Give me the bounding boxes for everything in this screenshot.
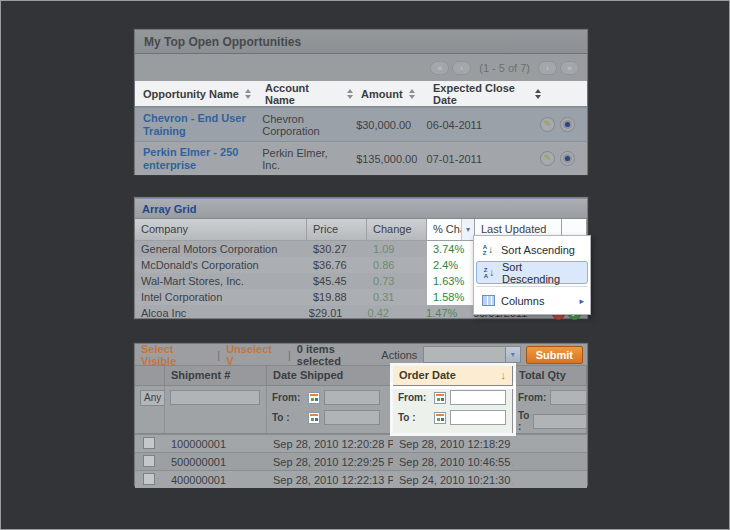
calendar-icon[interactable]	[434, 392, 446, 404]
column-header-shipment[interactable]: Shipment #	[165, 366, 267, 386]
eye-icon	[565, 156, 570, 161]
array-grid-panel: Array Grid Company Price Change % Change…	[134, 197, 588, 319]
row-checkbox[interactable]	[143, 437, 155, 449]
from-label: From:	[272, 392, 304, 403]
sort-descending-arrow-icon: ↓	[501, 366, 507, 385]
order-date-cell: Sep 28, 2010 12:18:29 PM	[393, 438, 513, 450]
menu-item-sort-descending[interactable]: ZA ↓ Sort Descending	[476, 261, 588, 284]
price-cell: $29.01	[303, 305, 362, 321]
chevron-down-icon: ▾	[505, 347, 520, 362]
column-header-date-shipped[interactable]: Date Shipped	[267, 366, 393, 386]
menu-item-sort-ascending[interactable]: AZ ↓ Sort Ascending	[476, 238, 588, 261]
actions-label: Actions	[381, 349, 417, 361]
sort-arrows-icon	[245, 89, 251, 99]
actions-select[interactable]: ▾	[423, 346, 520, 363]
preview-button[interactable]	[560, 117, 575, 132]
preview-button[interactable]	[560, 151, 575, 166]
column-header-company[interactable]: Company	[135, 219, 307, 241]
edit-button[interactable]: ✎	[540, 117, 555, 132]
unselect-visible-link[interactable]: Unselect V	[226, 343, 282, 367]
column-header-expected-close-date[interactable]: Expected Close Date	[425, 82, 541, 106]
column-header-label: Opportunity Name	[143, 88, 239, 100]
opportunities-header-row: Opportunity Name Account Name Amount Exp…	[135, 81, 587, 107]
sort-arrows-icon	[535, 89, 541, 99]
pct-change-cell: 3.74%	[427, 241, 475, 257]
select-visible-link[interactable]: Select Visible	[141, 343, 211, 367]
column-header-label: Order Date	[399, 366, 501, 385]
shipments-header-row: Shipment # Date Shipped Order Date ↓ Tot…	[135, 366, 587, 386]
shipment-filter-input[interactable]	[170, 390, 260, 405]
to-label: To :	[272, 412, 304, 423]
price-cell: $19.88	[307, 289, 367, 305]
pencil-icon: ✎	[544, 120, 552, 129]
opportunities-panel-title: My Top Open Opportunities	[135, 30, 587, 54]
total-qty-from-input[interactable]	[550, 390, 587, 405]
opportunity-link[interactable]: Chevron - End User Training	[143, 112, 246, 137]
columns-icon	[480, 295, 496, 306]
actions-select-value	[424, 347, 504, 362]
calendar-icon[interactable]	[434, 412, 446, 424]
date-shipped-to-input[interactable]	[324, 410, 380, 425]
column-header-label: Account Name	[265, 82, 341, 106]
sort-descending-icon: ZA ↓	[481, 267, 497, 279]
pct-change-cell: 1.58%	[427, 289, 475, 305]
shipment-row[interactable]: 400000001 Sep 28, 2010 12:22:13 PM Sep 2…	[135, 470, 587, 488]
shipment-row[interactable]: 100000001 Sep 28, 2010 12:20:28 PM Sep 2…	[135, 434, 587, 452]
column-header-total-qty[interactable]: Total Qty	[513, 366, 587, 386]
menu-item-label: Sort Ascending	[501, 244, 584, 256]
screenshot-backdrop: My Top Open Opportunities « ‹ (1 - 5 of …	[0, 0, 730, 530]
calendar-icon[interactable]	[308, 412, 320, 424]
close-date-cell: 06-04-2011	[419, 119, 532, 131]
change-cell: 0.86	[367, 257, 427, 273]
row-checkbox[interactable]	[143, 455, 155, 467]
pct-change-cell: 1.63%	[427, 273, 475, 289]
total-qty-to-input[interactable]	[533, 414, 587, 429]
menu-item-columns[interactable]: Columns ▸	[476, 289, 588, 312]
amount-cell: $30,000.00	[348, 119, 418, 131]
order-date-from-input[interactable]	[450, 390, 506, 405]
grid-toolbar: Select Visible | Unselect V | 0 items se…	[135, 344, 587, 366]
prev-page-button[interactable]: ‹	[452, 61, 471, 75]
opportunity-row: Chevron - End User Training Chevron Corp…	[135, 107, 587, 141]
next-page-button[interactable]: ›	[538, 61, 557, 75]
shipment-number-cell: 400000001	[165, 474, 267, 486]
change-cell: 1.09	[367, 241, 427, 257]
column-header-account-name[interactable]: Account Name	[257, 82, 353, 106]
opportunity-link[interactable]: Perkin Elmer - 250 enterprise	[143, 146, 238, 171]
row-checkbox[interactable]	[143, 473, 155, 485]
chevron-down-icon: ▾	[466, 225, 470, 234]
filter-row: Any ▾ From: To :	[135, 386, 587, 434]
date-shipped-cell: Sep 28, 2010 12:29:25 PM	[267, 456, 393, 468]
company-cell: Alcoa Inc	[135, 305, 303, 321]
any-filter-select[interactable]: Any ▾	[140, 390, 165, 406]
column-header-opportunity-name[interactable]: Opportunity Name	[135, 88, 257, 100]
submit-button[interactable]: Submit	[526, 346, 583, 364]
pct-change-cell: 1.47%	[420, 305, 467, 321]
array-grid-title: Array Grid	[135, 198, 587, 219]
column-header-price[interactable]: Price	[307, 219, 367, 241]
pencil-icon: ✎	[544, 154, 552, 163]
account-name-cell: Perkin Elmer, Inc.	[254, 147, 348, 171]
menu-item-label: Columns	[501, 295, 574, 307]
column-header-pct-change[interactable]: % Change ▾	[427, 219, 475, 241]
sort-arrows-icon	[409, 89, 415, 99]
edit-button[interactable]: ✎	[540, 151, 555, 166]
items-selected-label: 0 items selected	[297, 343, 381, 367]
first-page-button[interactable]: «	[430, 61, 449, 75]
calendar-icon[interactable]	[308, 392, 320, 404]
pct-change-cell: 2.4%	[427, 257, 475, 273]
company-cell: McDonald's Corporation	[135, 257, 307, 273]
change-cell: 0.42	[361, 305, 420, 321]
company-cell: Wal-Mart Stores, Inc.	[135, 273, 307, 289]
close-date-cell: 07-01-2011	[419, 153, 532, 165]
column-header-change[interactable]: Change	[367, 219, 427, 241]
order-date-to-input[interactable]	[450, 410, 506, 425]
change-cell: 0.31	[367, 289, 427, 305]
column-header-checkbox	[135, 366, 165, 386]
column-header-amount[interactable]: Amount	[353, 88, 425, 100]
shipment-row[interactable]: 500000001 Sep 28, 2010 12:29:25 PM Sep 2…	[135, 452, 587, 470]
last-page-button[interactable]: »	[560, 61, 579, 75]
submenu-arrow-icon: ▸	[579, 296, 584, 306]
column-header-order-date[interactable]: Order Date ↓	[393, 366, 513, 386]
date-shipped-from-input[interactable]	[324, 390, 380, 405]
